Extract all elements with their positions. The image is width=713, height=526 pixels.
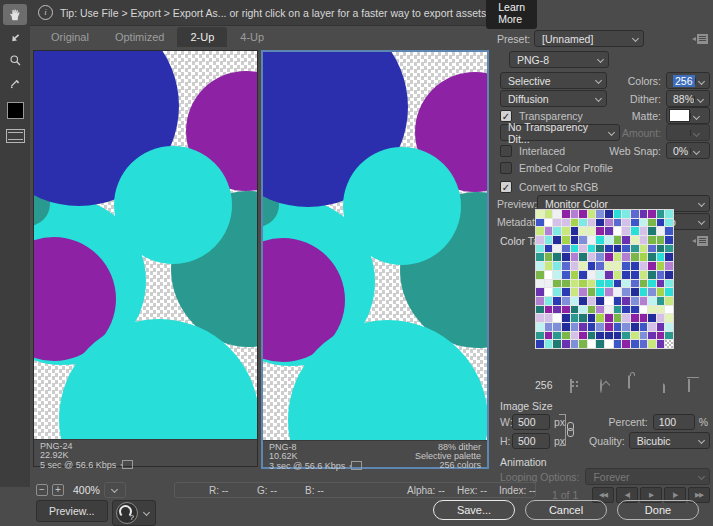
color-swatch[interactable] <box>588 306 596 314</box>
color-swatch[interactable] <box>545 314 553 322</box>
color-swatch[interactable] <box>579 219 587 227</box>
color-swatch[interactable] <box>665 297 673 305</box>
color-swatch[interactable] <box>631 262 639 270</box>
color-swatch[interactable] <box>579 245 587 253</box>
color-swatch[interactable] <box>614 262 622 270</box>
color-swatch[interactable] <box>605 271 613 279</box>
color-swatch[interactable] <box>588 219 596 227</box>
color-swatch[interactable] <box>545 280 553 288</box>
web-snap-stepper[interactable]: 0% <box>666 142 710 159</box>
color-swatch[interactable] <box>536 219 544 227</box>
color-swatch[interactable] <box>545 332 553 340</box>
color-swatch[interactable] <box>571 210 579 218</box>
color-swatch[interactable] <box>579 297 587 305</box>
color-swatch[interactable] <box>571 306 579 314</box>
color-swatch[interactable] <box>536 306 544 314</box>
color-swatch[interactable] <box>596 340 604 348</box>
color-swatch[interactable] <box>553 253 561 261</box>
color-swatch[interactable] <box>562 306 570 314</box>
color-swatch[interactable] <box>648 253 656 261</box>
color-swatch[interactable] <box>622 288 630 296</box>
color-swatch[interactable] <box>657 210 665 218</box>
color-swatch[interactable] <box>614 332 622 340</box>
color-swatch[interactable] <box>631 280 639 288</box>
color-swatch[interactable] <box>571 297 579 305</box>
color-swatch[interactable] <box>657 314 665 322</box>
color-swatch[interactable] <box>571 236 579 244</box>
color-swatch[interactable] <box>571 253 579 261</box>
color-swatch[interactable] <box>631 210 639 218</box>
color-swatch[interactable] <box>571 227 579 235</box>
color-swatch[interactable] <box>622 323 630 331</box>
zoom-level-value[interactable]: 400% <box>68 482 105 498</box>
color-swatch[interactable] <box>631 314 639 322</box>
color-swatch[interactable] <box>622 245 630 253</box>
preview-pane-original-format[interactable]: PNG-24 22.92K 5 sec @ 56.6 Kbps <box>33 50 258 467</box>
panel-menu-icon[interactable] <box>697 34 708 44</box>
color-swatch[interactable] <box>553 280 561 288</box>
color-swatch[interactable] <box>631 340 639 348</box>
color-swatch[interactable] <box>614 297 622 305</box>
color-swatch[interactable] <box>622 297 630 305</box>
color-swatch[interactable] <box>536 271 544 279</box>
tab-2up[interactable]: 2-Up <box>177 27 227 47</box>
color-swatch[interactable] <box>596 314 604 322</box>
color-swatch[interactable] <box>614 288 622 296</box>
color-swatch[interactable] <box>605 210 613 218</box>
color-swatch[interactable] <box>665 210 673 218</box>
color-swatch[interactable] <box>562 340 570 348</box>
color-swatch[interactable] <box>631 297 639 305</box>
color-swatch[interactable] <box>536 340 544 348</box>
dither-stepper[interactable]: 88% <box>666 90 710 107</box>
color-swatch[interactable] <box>622 332 630 340</box>
color-swatch[interactable] <box>562 236 570 244</box>
learn-more-button[interactable]: Learn More <box>486 0 537 29</box>
color-swatch[interactable] <box>622 253 630 261</box>
color-swatch[interactable] <box>648 280 656 288</box>
color-swatch[interactable] <box>665 306 673 314</box>
color-swatch[interactable] <box>596 219 604 227</box>
color-swatch[interactable] <box>648 314 656 322</box>
color-swatch[interactable] <box>640 306 648 314</box>
color-swatch[interactable] <box>536 227 544 235</box>
color-swatch[interactable] <box>545 306 553 314</box>
color-swatch[interactable] <box>596 245 604 253</box>
color-swatch[interactable] <box>648 323 656 331</box>
color-swatch[interactable] <box>605 236 613 244</box>
color-swatch[interactable] <box>536 262 544 270</box>
color-swatch[interactable] <box>562 314 570 322</box>
pane-download-time[interactable]: 5 sec @ 56.6 Kbps <box>40 460 133 470</box>
color-swatch[interactable] <box>588 297 596 305</box>
color-swatch[interactable] <box>631 323 639 331</box>
colors-stepper[interactable]: 256 <box>666 72 710 89</box>
color-swatch[interactable] <box>605 262 613 270</box>
color-swatch[interactable] <box>545 262 553 270</box>
color-swatch[interactable] <box>640 262 648 270</box>
color-swatch[interactable] <box>562 271 570 279</box>
color-swatch[interactable] <box>571 332 579 340</box>
color-swatch[interactable] <box>553 332 561 340</box>
color-swatch[interactable] <box>579 210 587 218</box>
color-swatch[interactable] <box>631 227 639 235</box>
color-swatch[interactable] <box>605 340 613 348</box>
save-button[interactable]: Save... <box>433 500 515 520</box>
color-swatch[interactable] <box>596 271 604 279</box>
color-swatch[interactable] <box>640 245 648 253</box>
height-field[interactable]: 500 <box>512 433 550 449</box>
done-button[interactable]: Done <box>617 500 699 520</box>
color-swatch[interactable] <box>545 323 553 331</box>
color-swatch[interactable] <box>657 306 665 314</box>
preview-in-browser-button[interactable]: Preview... <box>36 500 108 522</box>
preview-pane-optimized[interactable]: PNG-8 10.62K 3 sec @ 56.6 Kbps 88% dithe… <box>261 50 489 469</box>
color-swatch[interactable] <box>614 323 622 331</box>
color-swatch[interactable] <box>605 253 613 261</box>
slice-select-tool[interactable] <box>3 27 27 48</box>
hand-tool[interactable] <box>3 4 27 25</box>
color-swatch[interactable] <box>622 314 630 322</box>
color-swatch[interactable] <box>562 219 570 227</box>
color-swatch[interactable] <box>657 236 665 244</box>
color-swatch[interactable] <box>562 323 570 331</box>
color-table-grid[interactable] <box>535 209 674 349</box>
color-swatch[interactable] <box>596 210 604 218</box>
color-swatch[interactable] <box>553 271 561 279</box>
